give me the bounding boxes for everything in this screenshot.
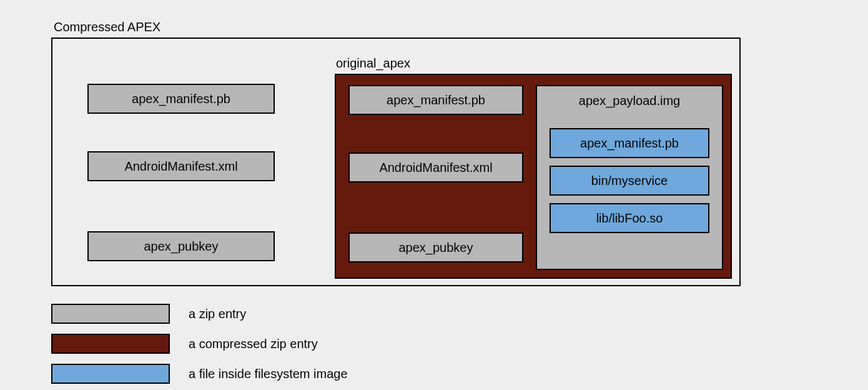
diagram-title: Compressed APEX [54, 20, 160, 34]
legend-row: a zip entry [51, 299, 348, 329]
legend: a zip entry a compressed zip entry a fil… [51, 299, 348, 389]
legend-label: a file inside filesystem image [189, 367, 348, 381]
zip-entry: apex_pubkey [87, 231, 275, 261]
apex-payload-label: apex_payload.img [537, 86, 722, 111]
legend-row: a file inside filesystem image [51, 359, 348, 389]
zip-entry: apex_pubkey [348, 232, 523, 262]
legend-label: a compressed zip entry [189, 337, 318, 351]
compressed-apex-container: apex_manifest.pb AndroidManifest.xml ape… [51, 38, 741, 286]
zip-entry: AndroidManifest.xml [87, 151, 275, 181]
apex-payload-container: apex_payload.img apex_manifest.pb bin/my… [536, 85, 723, 270]
zip-entry: AndroidManifest.xml [348, 152, 523, 182]
filesystem-file: lib/libFoo.so [550, 203, 709, 233]
zip-entry: apex_manifest.pb [87, 84, 275, 114]
legend-swatch-blue [51, 364, 170, 384]
filesystem-file: apex_manifest.pb [550, 128, 709, 158]
legend-swatch-gray [51, 304, 170, 324]
original-apex-label: original_apex [336, 56, 410, 71]
legend-swatch-brown [51, 334, 170, 354]
legend-label: a zip entry [189, 307, 246, 321]
legend-row: a compressed zip entry [51, 329, 348, 359]
filesystem-file: bin/myservice [550, 166, 709, 196]
original-apex-container: apex_manifest.pb AndroidManifest.xml ape… [335, 74, 732, 279]
zip-entry: apex_manifest.pb [348, 85, 523, 115]
